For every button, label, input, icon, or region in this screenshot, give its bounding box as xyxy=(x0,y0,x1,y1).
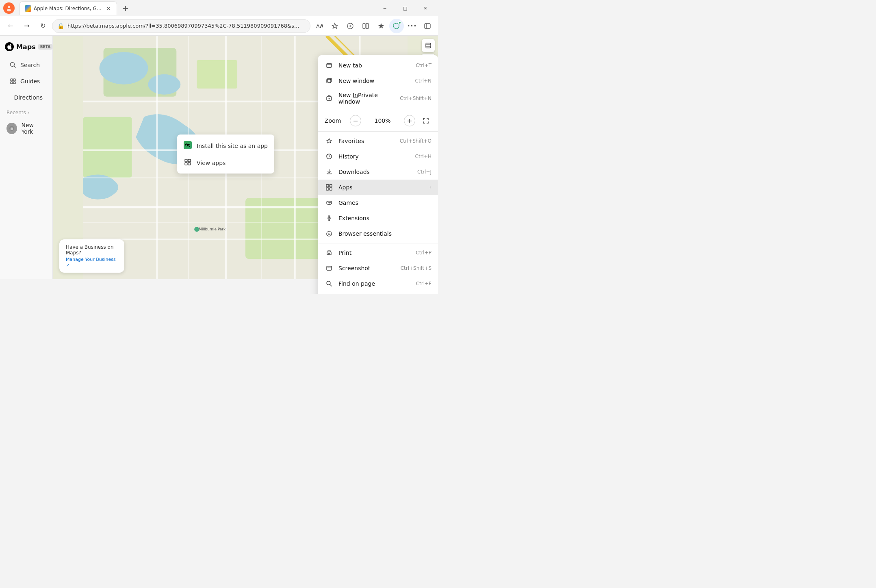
favorites-shortcut: Ctrl+Shift+O xyxy=(400,138,431,144)
menu-print[interactable]: Print Ctrl+P xyxy=(318,245,438,260)
svg-rect-34 xyxy=(294,36,296,279)
tab-close-button[interactable]: ✕ xyxy=(105,4,112,13)
toolbar-right: A𝗔 ··· xyxy=(312,19,435,33)
apps-menu-icon xyxy=(325,183,334,192)
downloads-shortcut: Ctrl+J xyxy=(417,169,431,175)
sidebar-recents-section[interactable]: Recents › xyxy=(0,106,52,117)
svg-rect-46 xyxy=(426,43,431,48)
collections-button[interactable] xyxy=(374,19,388,33)
history-label: History xyxy=(338,153,415,160)
recents-chevron: › xyxy=(28,110,30,115)
menu-browser-essentials[interactable]: Browser essentials xyxy=(318,226,438,241)
sidebar-item-guides[interactable]: Guides xyxy=(3,74,49,89)
url-text: https://beta.maps.apple.com/?ll=35.80069… xyxy=(67,23,305,29)
zoom-in-button[interactable]: + xyxy=(404,115,415,126)
inprivate-shortcut: Ctrl+Shift+N xyxy=(400,95,431,101)
tab-title: Apple Maps: Directions, Guides & xyxy=(34,6,103,11)
close-button[interactable]: ✕ xyxy=(416,2,435,15)
menu-downloads[interactable]: Downloads Ctrl+J xyxy=(318,164,438,180)
menu-apps[interactable]: Apps › xyxy=(318,180,438,195)
view-apps-item[interactable]: View apps xyxy=(177,155,274,171)
shield-status-dot xyxy=(398,21,401,24)
zoom-fullscreen-button[interactable] xyxy=(420,115,431,126)
menu-inprivate[interactable]: New InPrivate window Ctrl+Shift+N xyxy=(318,89,438,108)
sidebar: Maps BETA ⊟ Search Guides Directions Rec… xyxy=(0,36,53,279)
manage-business-link[interactable]: Manage Your Business ↗ xyxy=(66,257,116,268)
beta-badge: BETA xyxy=(38,44,52,50)
sidebar-logo: Maps BETA xyxy=(5,42,52,51)
read-aloud-button[interactable]: A𝗔 xyxy=(312,19,327,33)
sidebar-search-label: Search xyxy=(20,62,40,68)
install-app-label: Install this site as an app xyxy=(197,143,268,149)
split-screen-button[interactable] xyxy=(358,19,373,33)
new-window-label: New window xyxy=(338,78,415,84)
find-label: Find on page xyxy=(338,280,416,287)
svg-point-71 xyxy=(328,233,329,234)
history-menu-icon xyxy=(325,152,334,161)
sidebar-recent-new-york[interactable]: New York xyxy=(0,119,52,138)
svg-rect-53 xyxy=(188,159,191,162)
dropdown-menu: New tab Ctrl+T New window Ctrl+N New InP… xyxy=(318,55,438,294)
history-shortcut: Ctrl+H xyxy=(415,154,431,159)
sidebar-item-directions[interactable]: Directions xyxy=(3,90,49,105)
new-tab-shortcut: Ctrl+T xyxy=(416,63,431,68)
zoom-out-button[interactable]: − xyxy=(350,115,361,126)
screenshot-menu-icon xyxy=(325,264,334,273)
browser-essentials-label: Browser essentials xyxy=(338,230,431,237)
map-layers-button[interactable] xyxy=(422,39,435,52)
new-tab-button[interactable]: + xyxy=(119,1,132,15)
install-app-item[interactable]: 🗺 Install this site as an app xyxy=(177,137,274,155)
menu-favorites[interactable]: Favorites Ctrl+Shift+O xyxy=(318,133,438,149)
new-tab-menu-icon xyxy=(325,61,334,70)
svg-rect-52 xyxy=(185,159,187,162)
svg-point-61 xyxy=(329,98,330,100)
essentials-menu-icon xyxy=(325,229,334,238)
menu-new-window[interactable]: New window Ctrl+N xyxy=(318,73,438,89)
navigation-bar: ← → ↻ 🔒 https://beta.maps.apple.com/?ll=… xyxy=(0,16,438,36)
svg-rect-32 xyxy=(156,36,158,279)
menu-extensions[interactable]: Extensions xyxy=(318,210,438,226)
divider-2 xyxy=(318,131,438,132)
svg-point-70 xyxy=(330,202,331,203)
back-button[interactable]: ← xyxy=(3,19,18,33)
svg-rect-63 xyxy=(326,184,329,187)
tab-favicon xyxy=(25,5,31,12)
business-bottom-bar: Have a Business on Maps? Manage Your Bus… xyxy=(59,239,124,273)
apps-submenu-chevron: › xyxy=(429,184,431,190)
find-menu-icon xyxy=(325,279,334,288)
svg-text:🗺: 🗺 xyxy=(185,143,190,148)
maximize-button[interactable]: □ xyxy=(396,2,414,15)
svg-rect-14 xyxy=(13,82,15,84)
menu-history[interactable]: History Ctrl+H xyxy=(318,149,438,164)
new-window-shortcut: Ctrl+N xyxy=(415,78,431,84)
svg-point-41 xyxy=(194,227,199,232)
svg-rect-75 xyxy=(328,254,330,254)
sidebar-toggle-button[interactable] xyxy=(420,19,435,33)
favorites-button[interactable] xyxy=(327,19,342,33)
install-app-icon: 🗺 xyxy=(184,141,192,151)
svg-rect-74 xyxy=(328,253,330,254)
svg-line-10 xyxy=(14,66,16,68)
extensions-button[interactable] xyxy=(343,19,358,33)
svg-rect-55 xyxy=(188,163,191,165)
refresh-button[interactable]: ↻ xyxy=(36,19,50,33)
search-icon xyxy=(10,62,16,68)
active-tab[interactable]: Apple Maps: Directions, Guides & ✕ xyxy=(20,1,117,15)
games-label: Games xyxy=(338,200,431,206)
profile-avatar[interactable] xyxy=(3,2,15,14)
divider-1 xyxy=(318,110,438,110)
more-button[interactable]: ··· xyxy=(405,19,419,33)
svg-rect-4 xyxy=(363,24,365,28)
menu-screenshot[interactable]: Screenshot Ctrl+Shift+S xyxy=(318,260,438,276)
shield-button[interactable] xyxy=(389,19,404,33)
address-bar[interactable]: 🔒 https://beta.maps.apple.com/?ll=35.800… xyxy=(52,19,310,33)
forward-button[interactable]: → xyxy=(20,19,34,33)
minimize-button[interactable]: ─ xyxy=(375,2,394,15)
sidebar-item-search[interactable]: Search xyxy=(3,58,49,72)
menu-find[interactable]: Find on page Ctrl+F xyxy=(318,276,438,291)
menu-new-tab[interactable]: New tab Ctrl+T xyxy=(318,58,438,73)
games-menu-icon xyxy=(325,198,334,207)
downloads-label: Downloads xyxy=(338,169,417,175)
window-controls: ─ □ ✕ xyxy=(375,2,435,15)
menu-games[interactable]: Games xyxy=(318,195,438,210)
